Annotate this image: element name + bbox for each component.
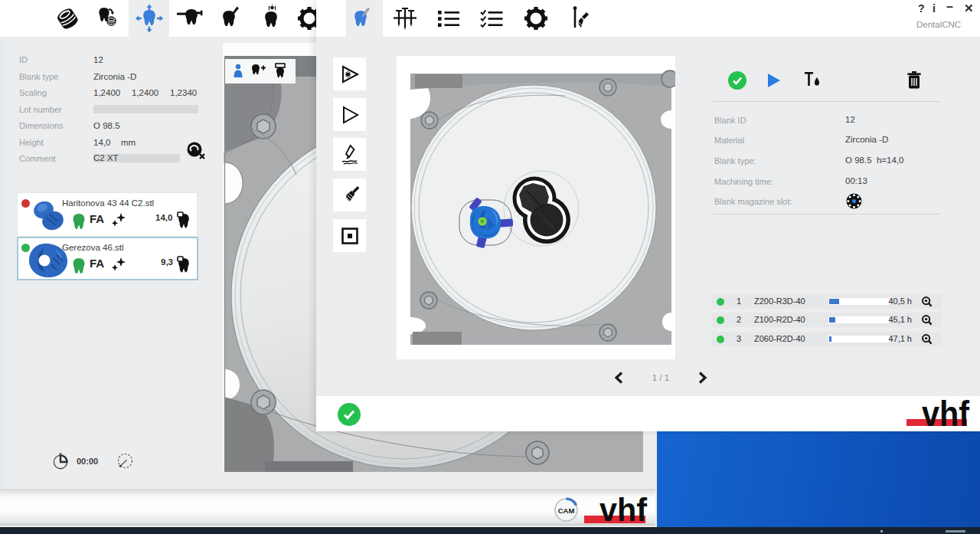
svg-text:vhf: vhf bbox=[599, 492, 648, 526]
svg-text:vhf: vhf bbox=[922, 396, 969, 431]
svg-text:CAM: CAM bbox=[558, 506, 575, 515]
